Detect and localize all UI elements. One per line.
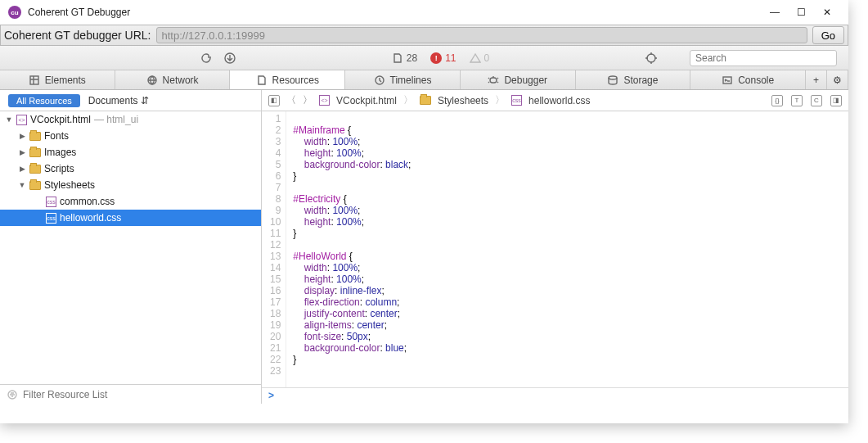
warning-icon [470,52,481,64]
disclosure-triangle-icon[interactable]: ▼ [5,115,13,124]
tab-storage[interactable]: Storage [576,70,691,89]
reload-icon[interactable] [200,52,211,64]
css-file-icon: css [46,197,56,207]
main-toolbar: 28 ! 11 0 [0,46,848,70]
tree-file-helloworld[interactable]: csshelloworld.css [0,210,261,226]
tab-resources[interactable]: Resources [230,70,345,89]
network-icon [146,75,158,86]
css-file-icon: css [46,213,56,224]
nav-forward-button[interactable]: 〉 [303,93,313,107]
documents-dropdown[interactable]: Documents ⇵ [88,95,149,106]
folder-icon [29,148,41,157]
folder-icon [29,132,41,141]
tab-debugger[interactable]: Debugger [461,70,576,89]
tab-network[interactable]: Network [115,70,231,89]
type-icon[interactable]: T [791,95,803,106]
document-count: 28 [392,52,417,64]
code-lines[interactable]: #Mainframe { width: 100%; height: 100%; … [286,111,411,387]
filter-bar [0,384,261,404]
settings-button[interactable]: ⚙ [827,70,848,89]
console-prompt[interactable]: > [262,387,848,404]
tree-folder-scripts[interactable]: ▶Scripts [0,160,261,177]
svg-point-1 [647,54,655,62]
storage-icon [607,75,618,86]
tab-elements[interactable]: Elements [0,70,115,89]
download-icon[interactable] [224,52,236,64]
filter-icon [7,389,18,400]
url-input[interactable] [156,27,807,43]
warning-count: 0 [470,52,490,64]
tree-root[interactable]: ▼ <> VCockpit.html — html_ui [0,111,261,128]
disclosure-triangle-icon[interactable]: ▶ [18,165,26,173]
breadcrumb-separator: 〉 [495,93,505,107]
tab-console[interactable]: Console [690,70,806,89]
sub-toolbar: All Resources Documents ⇵ ◧ 〈 〉 <> VCock… [0,90,848,111]
breadcrumb-separator: 〉 [403,93,413,107]
window-titlebar: cu Coherent GT Debugger — ☐ ✕ [0,0,848,25]
html-file-icon: <> [319,95,330,106]
add-tab-button[interactable]: + [806,70,827,89]
css-file-icon: css [511,95,522,106]
resource-tree: ▼ <> VCockpit.html — html_ui ▶Fonts ▶Ima… [0,111,262,404]
braces-icon[interactable]: {} [771,95,783,106]
tree-folder-stylesheets[interactable]: ▼Stylesheets [0,177,261,193]
nav-back-button[interactable]: 〈 [286,93,296,107]
disclosure-triangle-icon[interactable]: ▼ [18,181,26,189]
timelines-icon [374,75,385,86]
folder-icon [420,96,431,105]
html-file-icon: <> [16,115,27,125]
search-input[interactable] [690,50,837,66]
svg-rect-5 [490,78,497,83]
filter-input[interactable] [23,389,254,400]
address-bar: Coherent GT debugger URL: Go [0,25,848,46]
code-editor: 1234567891011121314151617181920212223 #M… [262,111,848,404]
window-title: Coherent GT Debugger [28,7,130,18]
code-icon[interactable]: C [811,95,822,106]
folder-icon [29,165,41,174]
chevron-updown-icon: ⇵ [141,95,149,106]
svg-point-6 [609,76,617,79]
document-icon [392,52,403,64]
error-count[interactable]: ! 11 [430,52,456,64]
tree-folder-fonts[interactable]: ▶Fonts [0,128,261,144]
breadcrumb-file[interactable]: helloworld.css [528,95,590,106]
breadcrumb-root[interactable]: VCockpit.html [336,95,397,106]
target-icon[interactable] [645,52,657,64]
go-button[interactable]: Go [812,26,844,44]
close-button[interactable]: ✕ [814,7,840,18]
console-icon [722,75,733,86]
minimize-button[interactable]: — [762,7,788,18]
svg-rect-2 [30,76,38,84]
toggle-sidebar-icon[interactable]: ◧ [268,95,280,106]
line-numbers: 1234567891011121314151617181920212223 [262,111,286,387]
debugger-icon [488,75,499,86]
maximize-button[interactable]: ☐ [788,7,814,18]
panel-tabs: Elements Network Resources Timelines Deb… [0,70,848,90]
tab-timelines[interactable]: Timelines [345,70,461,89]
folder-icon [29,181,41,190]
error-icon: ! [430,52,442,64]
tree-folder-images[interactable]: ▶Images [0,144,261,160]
address-label: Coherent GT debugger URL: [4,29,151,42]
app-icon: cu [8,6,21,19]
elements-icon [29,75,40,86]
breadcrumb-folder[interactable]: Stylesheets [438,95,488,106]
toggle-right-sidebar-icon[interactable]: ◨ [830,95,842,106]
all-resources-pill[interactable]: All Resources [8,94,80,107]
resources-icon [256,75,268,86]
disclosure-triangle-icon[interactable]: ▶ [18,148,26,156]
disclosure-triangle-icon[interactable]: ▶ [18,132,26,140]
tree-file-common[interactable]: csscommon.css [0,193,261,210]
